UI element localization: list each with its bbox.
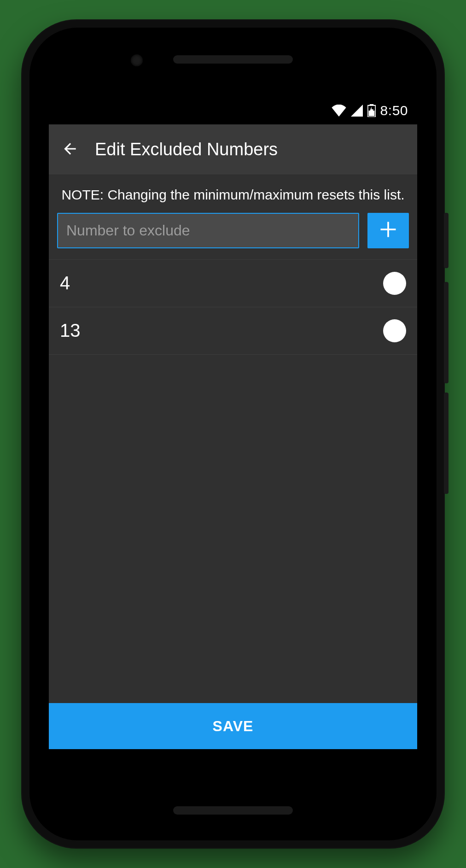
status-bar: 8:50: [49, 97, 417, 124]
save-button-label: SAVE: [213, 718, 254, 735]
list-item: 4: [49, 259, 417, 307]
note-text: NOTE: Changing the minimum/maximum reset…: [49, 175, 417, 213]
input-row: [49, 213, 417, 259]
remove-button[interactable]: [383, 319, 406, 342]
app-bar: Edit Excluded Numbers: [49, 124, 417, 175]
excluded-number: 4: [60, 273, 70, 293]
status-clock: 8:50: [380, 103, 408, 118]
content: NOTE: Changing the minimum/maximum reset…: [49, 175, 417, 749]
exclude-number-input[interactable]: [57, 213, 359, 248]
wifi-icon: [332, 105, 346, 117]
screen: 8:50 Edit Excluded Numbers NOTE: Changin…: [49, 97, 417, 771]
nav-bar-area: [49, 749, 417, 771]
remove-button[interactable]: [383, 272, 406, 295]
excluded-list: 4 13: [49, 259, 417, 704]
add-button[interactable]: [367, 213, 409, 248]
page-title: Edit Excluded Numbers: [95, 140, 278, 159]
svg-rect-1: [369, 104, 373, 106]
battery-charging-icon: [367, 104, 376, 117]
excluded-number: 13: [60, 320, 81, 341]
back-button[interactable]: [60, 140, 80, 160]
plus-icon: [378, 219, 398, 241]
save-button[interactable]: SAVE: [49, 703, 417, 749]
list-item: 13: [49, 307, 417, 355]
cell-signal-icon: [351, 105, 363, 117]
arrow-left-icon: [61, 140, 79, 159]
